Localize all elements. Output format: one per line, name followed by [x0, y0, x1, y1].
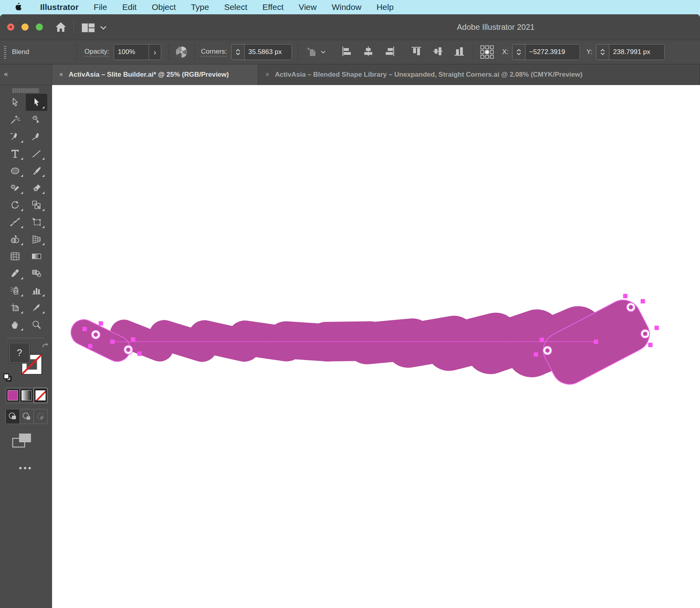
blend-artwork[interactable]: [52, 85, 700, 608]
fill-swatch-unknown[interactable]: ?: [9, 342, 30, 364]
tool-curvature[interactable]: [26, 128, 47, 145]
tool-column-graph[interactable]: [26, 282, 47, 299]
tool-scale[interactable]: [26, 196, 47, 213]
y-field[interactable]: 238.7991 px: [609, 44, 665, 60]
align-bottom-button[interactable]: [454, 46, 465, 59]
tool-perspective-grid[interactable]: [26, 230, 47, 248]
gradient-tool-icon: [31, 251, 42, 261]
tool-direct-selection[interactable]: [26, 94, 47, 111]
arrange-documents-button[interactable]: [81, 22, 106, 33]
tool-selection[interactable]: [4, 94, 26, 111]
close-tab-icon[interactable]: ×: [265, 71, 269, 79]
tool-pen[interactable]: [4, 128, 26, 145]
control-bar: Blend Opacity: 100% › Corners:: [0, 40, 700, 64]
tool-eyedropper[interactable]: [4, 265, 26, 282]
separator: [168, 43, 169, 61]
tab-slite-builder[interactable]: × ActivAsia – Slite Builder.ai* @ 25% (R…: [52, 64, 258, 85]
opacity-label[interactable]: Opacity:: [84, 48, 109, 56]
tab-blended-shape-library[interactable]: × ActivAsia – Blended Shape Library – Un…: [258, 64, 700, 85]
opacity-more-button[interactable]: ›: [149, 45, 161, 60]
align-center-vertical-button[interactable]: [432, 46, 443, 59]
align-group: [336, 46, 470, 59]
x-label: X:: [502, 48, 509, 56]
arrange-documents-icon: [81, 22, 95, 33]
shape-properties-button[interactable]: [306, 46, 326, 58]
draw-normal-button[interactable]: [6, 409, 20, 424]
close-window-button[interactable]: [7, 23, 14, 31]
corners-field[interactable]: 35.5863 px: [244, 44, 292, 60]
menu-window[interactable]: Window: [324, 2, 369, 12]
home-button[interactable]: [55, 21, 67, 34]
menu-object[interactable]: Object: [144, 2, 184, 12]
none-button[interactable]: [34, 388, 47, 403]
menu-edit[interactable]: Edit: [115, 2, 144, 12]
x-stepper[interactable]: [512, 44, 525, 60]
x-field[interactable]: −5272.3919: [525, 44, 580, 60]
artboard-tool-icon: [10, 302, 20, 313]
y-stepper[interactable]: [596, 44, 609, 60]
fill-unknown-label: ?: [17, 347, 22, 358]
align-left-button[interactable]: [341, 46, 352, 59]
opacity-field[interactable]: 100% ›: [114, 44, 161, 60]
tab-label[interactable]: ActivAsia – Blended Shape Library – Unex…: [275, 71, 582, 79]
menu-illustrator[interactable]: Illustrator: [33, 2, 86, 12]
menu-type[interactable]: Type: [184, 2, 217, 12]
tool-zoom[interactable]: [26, 316, 47, 333]
change-screen-mode-button[interactable]: [12, 433, 33, 449]
tool-lasso[interactable]: [26, 111, 47, 128]
tool-line-segment[interactable]: [26, 145, 47, 162]
ellipse-tool-icon: [10, 166, 20, 176]
gradient-button[interactable]: [20, 388, 34, 403]
menu-select[interactable]: Select: [217, 2, 255, 12]
apple-menu[interactable]: [14, 2, 24, 13]
menu-help[interactable]: Help: [369, 2, 401, 12]
tool-paintbrush[interactable]: [26, 162, 47, 179]
recolor-artwork-button[interactable]: [175, 46, 188, 58]
tool-mesh[interactable]: [4, 248, 26, 265]
draw-behind-button[interactable]: [20, 409, 34, 424]
align-right-button[interactable]: [384, 46, 395, 59]
illustrator-window: Adobe Illustrator 2021 Blend Opacity: 10…: [0, 14, 700, 608]
tool-ellipse[interactable]: [4, 162, 26, 179]
edit-toolbar-button[interactable]: •••: [0, 463, 52, 473]
tool-symbol-sprayer[interactable]: [4, 282, 26, 299]
menu-view[interactable]: View: [291, 2, 324, 12]
close-tab-icon[interactable]: ×: [59, 71, 63, 79]
toolbar-grip[interactable]: [13, 88, 39, 93]
stepper-icon: [516, 48, 522, 56]
tool-artboard[interactable]: [4, 299, 26, 316]
align-top-button[interactable]: [411, 46, 422, 59]
tool-rotate[interactable]: [4, 196, 26, 213]
tool-shape-builder[interactable]: [4, 230, 26, 248]
tool-free-transform[interactable]: [26, 213, 47, 230]
canvas[interactable]: [52, 85, 700, 608]
opacity-value[interactable]: 100%: [114, 45, 149, 60]
panel-grip[interactable]: [4, 45, 6, 59]
default-fill-stroke-button[interactable]: [3, 373, 12, 383]
align-center-horizontal-button[interactable]: [363, 46, 374, 59]
tool-blend[interactable]: [26, 265, 47, 282]
corners-label[interactable]: Corners:: [201, 48, 227, 56]
apple-icon: [14, 2, 23, 12]
tab-label[interactable]: ActivAsia – Slite Builder.ai* @ 25% (RGB…: [69, 71, 229, 79]
tool-shaper[interactable]: [4, 179, 26, 196]
tool-gradient[interactable]: [26, 248, 47, 265]
tool-slice[interactable]: [26, 299, 47, 316]
tool-width[interactable]: [4, 213, 26, 230]
swap-fill-stroke-button[interactable]: [41, 342, 49, 351]
draw-inside-button[interactable]: [34, 409, 47, 424]
color-button[interactable]: [6, 388, 20, 403]
tool-magic-wand[interactable]: [4, 111, 26, 128]
tool-type[interactable]: [4, 145, 26, 162]
reference-point-locator[interactable]: [479, 44, 495, 60]
tool-hand[interactable]: [4, 316, 26, 333]
corners-stepper[interactable]: [231, 44, 244, 60]
collapse-toolbar-button[interactable]: «: [4, 70, 8, 78]
minimize-window-button[interactable]: [21, 23, 29, 31]
menu-effect[interactable]: Effect: [255, 2, 291, 12]
blend-tool-icon: [31, 268, 42, 279]
window-title: Adobe Illustrator 2021: [457, 14, 535, 40]
zoom-window-button[interactable]: [36, 23, 43, 31]
tool-eraser[interactable]: [26, 179, 47, 196]
menu-file[interactable]: File: [86, 2, 115, 12]
